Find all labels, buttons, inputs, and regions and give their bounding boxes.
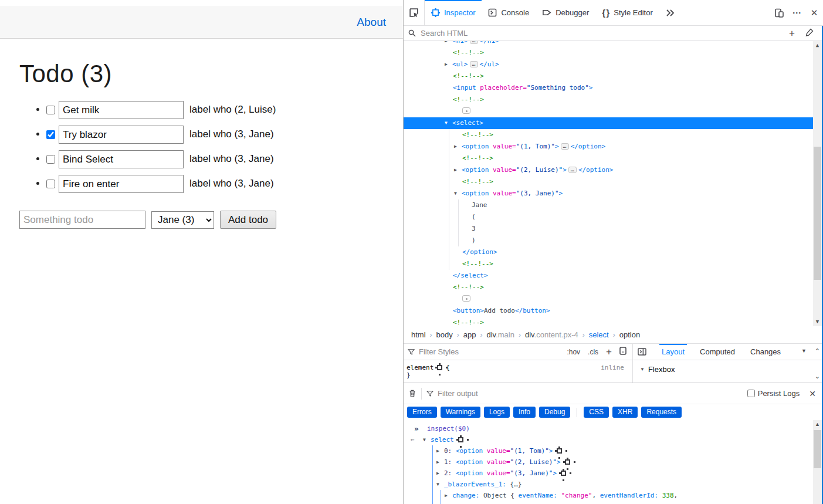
markup-row[interactable]: <!--!--> xyxy=(404,70,813,82)
markup-row[interactable]: ) xyxy=(404,235,813,246)
tab-console[interactable]: Console xyxy=(482,0,536,25)
markup-row[interactable]: <input placeholder="Something todo"> xyxy=(404,82,813,94)
clear-console-icon[interactable] xyxy=(408,389,416,398)
markup-row[interactable]: </option> xyxy=(404,246,813,258)
console-filter-button[interactable]: Info xyxy=(513,407,536,418)
markup-row[interactable]: ▶ <option value="(2, Luise)">…</option> xyxy=(404,164,813,176)
breadcrumb-item[interactable]: select xyxy=(589,330,609,339)
pseudo-class-toggle[interactable]: :hov xyxy=(567,348,580,356)
sidebar-tabs-dropdown[interactable]: ▼ xyxy=(801,348,807,354)
sidebar-scroll-down[interactable]: ⌄ xyxy=(815,373,820,380)
new-todo-input[interactable] xyxy=(19,211,145,229)
console-row[interactable]: ▶ 2: <option value="(3, Jane)"> xyxy=(404,468,813,479)
console-row[interactable]: ▼ _blazorEvents_1: {…} xyxy=(404,479,813,490)
markup-row[interactable]: <!--!--> xyxy=(404,176,813,188)
console-scrollbar[interactable]: ▲ xyxy=(813,420,822,504)
markup-row[interactable]: ▼ <option value="(3, Jane)"> xyxy=(404,188,813,199)
console-filter-button[interactable]: Warnings xyxy=(441,407,480,418)
persist-logs-toggle[interactable]: Persist Logs xyxy=(747,389,800,398)
markup-row[interactable]: Jane xyxy=(404,199,813,211)
breadcrumb-item[interactable]: app xyxy=(463,330,476,339)
scrollbar-thumb[interactable] xyxy=(814,147,821,280)
tab-style-editor[interactable]: { } Style Editor xyxy=(595,0,659,25)
todo-item: label who (3, Jane) xyxy=(46,126,403,144)
responsive-mode-button[interactable] xyxy=(770,0,788,25)
breadcrumb-item[interactable]: div.main xyxy=(486,330,514,339)
breadcrumb-item[interactable]: body xyxy=(436,330,453,339)
todo-checkbox[interactable] xyxy=(46,106,55,114)
markup-row[interactable]: ▶ <option value="(1, Tom)">…</option> xyxy=(404,141,813,153)
scroll-up-arrow[interactable]: ▲ xyxy=(813,420,822,429)
markup-row[interactable] xyxy=(404,293,813,305)
markup-row[interactable]: </select> xyxy=(404,270,813,282)
todo-checkbox[interactable] xyxy=(46,155,55,164)
console-filter-button[interactable]: Debug xyxy=(539,407,570,418)
tab-debugger[interactable]: Debugger xyxy=(536,0,595,25)
who-select[interactable]: Jane (3) xyxy=(151,211,214,229)
filter-output-input[interactable]: Filter output xyxy=(438,389,747,398)
scrollbar-thumb[interactable] xyxy=(814,430,821,468)
console-row[interactable]: inspect($0) xyxy=(404,423,813,434)
markup-row[interactable]: ▶ <h1>…</h1> xyxy=(404,41,813,47)
rule-element[interactable]: element { inline } xyxy=(404,360,632,379)
add-node-button[interactable]: + xyxy=(783,28,801,39)
markup-row[interactable] xyxy=(404,106,813,117)
rule-origin[interactable]: inline xyxy=(601,364,624,371)
add-todo-button[interactable]: Add todo xyxy=(220,211,276,229)
close-devtools-button[interactable]: ✕ xyxy=(805,0,823,25)
breadcrumb-item[interactable]: option xyxy=(619,330,640,339)
tab-computed[interactable]: Computed xyxy=(700,344,735,360)
markup-row[interactable]: <!--!--> xyxy=(404,282,813,293)
markup-row[interactable]: <!--!--> xyxy=(404,258,813,270)
console-row[interactable]: ▶ 0: <option value="(1, Tom)"> xyxy=(404,445,813,456)
search-html-input[interactable] xyxy=(419,28,783,38)
tab-inspector[interactable]: Inspector xyxy=(425,0,482,25)
console-filter-button[interactable]: Requests xyxy=(641,407,682,418)
todo-text-input[interactable] xyxy=(59,101,184,119)
console-row[interactable]: ▼ select xyxy=(404,434,813,445)
breadcrumb-item[interactable]: html xyxy=(411,330,426,339)
add-rule-button[interactable]: + xyxy=(606,346,612,358)
markup-row[interactable]: <!--!--> xyxy=(404,129,813,141)
tab-changes[interactable]: Changes xyxy=(750,344,781,360)
todo-checkbox[interactable] xyxy=(46,180,55,188)
markup-row[interactable]: <!--!--> xyxy=(404,47,813,59)
eyedropper-button[interactable] xyxy=(801,28,818,38)
markup-row[interactable]: ▼ <select> xyxy=(404,117,813,129)
markup-row[interactable]: <!--!--> xyxy=(404,317,813,326)
todo-checkbox[interactable] xyxy=(46,130,55,139)
tab-layout[interactable]: Layout xyxy=(662,344,685,360)
node-picker-button[interactable] xyxy=(404,0,425,25)
close-console-button[interactable]: ✕ xyxy=(809,389,816,398)
todo-text-input[interactable] xyxy=(59,150,184,168)
markup-row[interactable]: ▶ <ul>…</ul> xyxy=(404,59,813,70)
class-toggle[interactable]: .cls xyxy=(588,348,598,356)
todo-text-input[interactable] xyxy=(59,126,184,144)
scroll-up-arrow[interactable]: ▲ xyxy=(813,41,822,50)
more-tabs-button[interactable] xyxy=(659,0,680,25)
markup-row[interactable]: <!--!--> xyxy=(404,153,813,164)
console-filter-button[interactable]: CSS xyxy=(584,407,609,418)
markup-row[interactable]: <!--!--> xyxy=(404,94,813,106)
persist-logs-checkbox[interactable] xyxy=(747,390,755,397)
console-filter-button[interactable]: Logs xyxy=(484,407,510,418)
console-row[interactable]: ▶ 1: <option value="(2, Luise)"> xyxy=(404,456,813,468)
console-filter-button[interactable]: Errors xyxy=(407,407,437,418)
filter-styles-placeholder[interactable]: Filter Styles xyxy=(419,347,559,356)
markup-row[interactable]: ( xyxy=(404,211,813,223)
scroll-down-arrow[interactable]: ▼ xyxy=(813,317,822,326)
flexbox-section-header[interactable]: ▼ Flexbox xyxy=(633,360,823,374)
markup-row[interactable]: 3 xyxy=(404,223,813,235)
markup-scrollbar[interactable]: ▲ ▼ xyxy=(813,41,822,326)
about-link[interactable]: About xyxy=(357,16,386,29)
console-row[interactable]: ▶ change: Object { eventName: "change", … xyxy=(404,490,813,501)
todo-text-input[interactable] xyxy=(59,175,184,193)
print-media-toggle[interactable] xyxy=(619,347,626,357)
breadcrumb-item[interactable]: div.content.px-4 xyxy=(525,330,578,339)
markup-row[interactable]: <button>Add todo</button> xyxy=(404,305,813,317)
meatball-menu-button[interactable]: ⋯ xyxy=(788,0,805,25)
console-filter-button[interactable]: XHR xyxy=(612,407,638,418)
sidebar-toggle-icon[interactable] xyxy=(638,348,646,356)
sidebar-scroll-up[interactable]: ⌃ xyxy=(815,347,820,355)
reveal-element-icon[interactable] xyxy=(437,365,442,370)
